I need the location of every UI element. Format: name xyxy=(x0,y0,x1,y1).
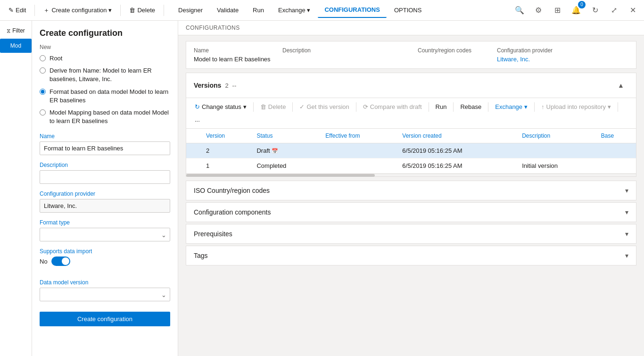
toolbar-sep-1 xyxy=(253,102,254,112)
toolbar-sep-6 xyxy=(488,102,488,112)
exchange-nav-button[interactable]: Exchange ▾ xyxy=(272,3,317,17)
config-info-grid: Name Model to learn ER baselines Descrip… xyxy=(194,47,628,63)
nav-divider-1 xyxy=(34,5,35,16)
provider-col-header: Configuration provider Litware, Inc. xyxy=(497,47,628,63)
cell-version-created: 6/5/2019 05:16:25 AM xyxy=(396,158,516,174)
exchange-button[interactable]: Exchange ▾ xyxy=(490,101,532,113)
options-nav-button[interactable]: OPTIONS xyxy=(388,3,429,17)
toolbar-delete-button[interactable]: 🗑 Delete xyxy=(256,101,291,113)
scrollbar-thumb[interactable] xyxy=(186,174,375,177)
col-description: Description xyxy=(516,129,595,143)
settings-nav-button[interactable]: ⚙ xyxy=(531,3,546,18)
horizontal-scrollbar[interactable] xyxy=(186,174,636,176)
cell-row-indicator xyxy=(186,143,200,158)
cell-row-indicator xyxy=(186,158,200,174)
collapsible-header[interactable]: Tags ▾ xyxy=(186,246,636,265)
change-status-dropdown-icon: ▾ xyxy=(243,103,247,110)
collapsible-title: Configuration components xyxy=(194,208,271,216)
collapsible-sections: ISO Country/region codes ▾ Configuration… xyxy=(186,181,636,265)
create-configuration-button[interactable]: Create configuration xyxy=(40,312,170,326)
configurations-nav-button[interactable]: CONFIGURATIONS xyxy=(318,2,386,18)
table-row[interactable]: 2 Draft 📅 6/5/2019 05:16:25 AM xyxy=(186,143,636,158)
run-nav-button[interactable]: Run xyxy=(246,3,271,17)
config-provider-value[interactable]: Litware, Inc. xyxy=(497,56,628,63)
radio-group: Root Derive from Name: Model to learn ER… xyxy=(40,54,170,125)
versions-section-header[interactable]: Versions 2 -- ▲ xyxy=(186,73,636,98)
collapsible-header[interactable]: ISO Country/region codes ▾ xyxy=(186,181,636,200)
format-type-select[interactable] xyxy=(40,228,170,241)
derive-radio-label: Derive from Name: Model to learn ER base… xyxy=(50,66,170,83)
config-detail-area: Name Model to learn ER baselines Descrip… xyxy=(178,35,644,273)
run-button[interactable]: Run xyxy=(431,101,452,113)
derive-radio-item[interactable]: Derive from Name: Model to learn ER base… xyxy=(40,66,170,83)
exchange-dropdown-icon: ▾ xyxy=(524,103,528,110)
close-window-button[interactable]: ✕ xyxy=(625,3,640,18)
office-nav-button[interactable]: ⊞ xyxy=(550,3,565,18)
create-configuration-button[interactable]: ＋ Create configuration ▾ xyxy=(39,3,116,17)
notification-wrapper: 🔔 0 xyxy=(569,3,584,18)
versions-title: Versions xyxy=(194,82,221,89)
toolbar-sep-2 xyxy=(292,102,293,112)
search-nav-button[interactable]: 🔍 xyxy=(512,3,527,18)
cell-status: Draft 📅 xyxy=(251,143,320,158)
table-row[interactable]: 1 Completed 6/5/2019 05:16:25 AM Initial… xyxy=(186,158,636,174)
collapsible-section: Prerequisites ▾ xyxy=(186,224,636,244)
format-radio-item[interactable]: Format based on data model Model to lear… xyxy=(40,88,170,105)
versions-separator: -- xyxy=(232,82,237,89)
refresh-button[interactable]: ↻ xyxy=(587,3,603,18)
mapping-radio-item[interactable]: Model Mapping based on data model Model … xyxy=(40,108,170,125)
get-version-button[interactable]: ✓ Get this version xyxy=(295,101,354,113)
versions-section-controls: ▲ xyxy=(613,78,628,93)
col-base: Base xyxy=(595,129,636,143)
derive-radio[interactable] xyxy=(40,67,46,74)
exchange-dropdown-icon: ▾ xyxy=(307,7,310,14)
config-name-value: Model to learn ER baselines xyxy=(194,56,279,63)
mapping-radio-label: Model Mapping based on data model Model … xyxy=(50,108,170,125)
data-model-version-select-wrapper xyxy=(40,288,170,301)
format-type-select-wrapper xyxy=(40,228,170,241)
filter-button[interactable]: ⧖ Filter xyxy=(3,25,29,37)
format-radio-label: Format based on data model Model to lear… xyxy=(50,88,170,105)
validate-nav-button[interactable]: Validate xyxy=(210,3,245,17)
designer-nav-button[interactable]: Designer xyxy=(172,3,209,17)
root-radio-item[interactable]: Root xyxy=(40,54,170,63)
cell-effective-from xyxy=(320,158,396,174)
provider-field-group: Configuration provider Litware, Inc. xyxy=(40,190,170,213)
versions-table-header: Version Status Effective from Version cr… xyxy=(186,129,636,143)
collapsible-title: Tags xyxy=(194,252,208,259)
edit-button[interactable]: ✎ Edit xyxy=(4,4,31,17)
supports-import-toggle[interactable] xyxy=(51,257,70,266)
versions-collapse-button[interactable]: ▲ xyxy=(613,78,628,93)
mapping-radio[interactable] xyxy=(40,109,46,116)
plus-icon: ＋ xyxy=(43,6,50,15)
more-button[interactable]: ... xyxy=(190,114,205,125)
format-type-label: Format type xyxy=(40,219,170,226)
description-field-label: Description xyxy=(40,162,170,168)
content-area: CONFIGURATIONS Name Model to learn ER ba… xyxy=(178,21,644,356)
collapsible-header[interactable]: Configuration components ▾ xyxy=(186,203,636,222)
collapsible-header[interactable]: Prerequisites ▾ xyxy=(186,224,636,243)
top-navigation: ✎ Edit ＋ Create configuration ▾ 🗑 Delete… xyxy=(0,0,644,21)
delete-button[interactable]: 🗑 Delete xyxy=(124,4,160,17)
format-radio[interactable] xyxy=(40,89,46,95)
provider-field-label: Configuration provider xyxy=(40,190,170,197)
change-status-button[interactable]: ↻ Change status ▾ xyxy=(190,101,251,113)
nav-right-actions: 🔍 ⚙ ⊞ 🔔 0 ↻ ⤢ ✕ xyxy=(512,3,640,18)
upload-repository-button[interactable]: ↑ Upload into repository ▾ xyxy=(537,101,616,113)
data-model-version-select[interactable] xyxy=(40,288,170,301)
description-input[interactable] xyxy=(40,170,170,184)
root-radio[interactable] xyxy=(40,55,46,61)
notification-badge: 0 xyxy=(578,1,586,8)
window-restore-button[interactable]: ⤢ xyxy=(606,3,621,18)
sidebar: ⧖ Filter Mod xyxy=(0,21,32,356)
name-input[interactable] xyxy=(40,141,170,155)
sidebar-mod-button[interactable]: Mod xyxy=(0,39,32,53)
restore-icon: ⤢ xyxy=(611,6,617,15)
desc-col-header: Description xyxy=(282,47,414,63)
compare-draft-button[interactable]: ⟳ Compare with draft xyxy=(358,101,427,113)
country-col-header: Country/region codes xyxy=(418,47,493,63)
create-configuration-panel: Create configuration New Root Derive fro… xyxy=(32,21,178,356)
cell-version: 1 xyxy=(200,158,251,174)
data-model-version-field-group: Data model version xyxy=(40,279,170,301)
rebase-button[interactable]: Rebase xyxy=(455,101,486,113)
